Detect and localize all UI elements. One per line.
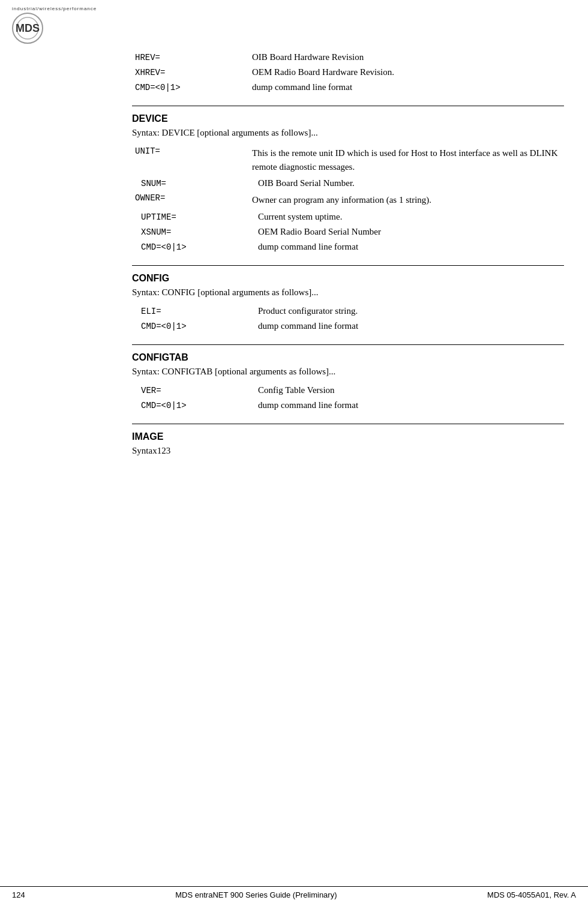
param-name: VER= (138, 386, 258, 395)
param-name: CMD=<0|1> (132, 83, 252, 92)
param-desc: dump command line format (258, 321, 564, 331)
param-desc: OEM Radio Board Serial Number (258, 227, 564, 237)
param-row: OWNER= Owner can program any information… (132, 191, 564, 209)
param-name: XHREV= (132, 68, 252, 77)
divider-device (132, 265, 564, 266)
page-header: industrial/wireless/performance MDS (0, 0, 588, 44)
section-syntax-image: Syntax123 (132, 446, 564, 456)
section-configtab: CONFIGTABSyntax: CONFIGTAB [optional arg… (132, 352, 564, 413)
param-name: CMD=<0|1> (138, 322, 258, 331)
param-name: CMD=<0|1> (138, 401, 258, 410)
section-config: CONFIGSyntax: CONFIG [optional arguments… (132, 273, 564, 334)
param-name: UPTIME= (138, 212, 258, 222)
footer-page-number: 124 (12, 890, 25, 899)
param-row: VER= Config Table Version (132, 383, 564, 398)
section-title-config: CONFIG (132, 273, 564, 284)
section-title-image: IMAGE (132, 431, 564, 442)
logo-area: industrial/wireless/performance MDS (12, 6, 97, 44)
param-desc: Current system uptime. (258, 212, 564, 222)
param-name: ELI= (138, 307, 258, 316)
param-desc: OIB Board Serial Number. (258, 178, 564, 188)
logo-svg: MDS (16, 16, 40, 40)
param-row: XHREV= OEM Radio Board Hardware Revision… (132, 65, 564, 80)
param-row: CMD=<0|1> dump command line format (132, 319, 564, 334)
param-desc: Product configurator string. (258, 306, 564, 316)
param-desc: dump command line format (252, 82, 564, 92)
page-footer: 124 MDS entraNET 900 Series Guide (Preli… (0, 886, 588, 903)
param-row: CMD=<0|1> dump command line format (132, 239, 564, 254)
main-content: HREV= OIB Board Hardware Revision XHREV=… (132, 44, 588, 456)
param-row: UPTIME= Current system uptime. (132, 209, 564, 224)
section-syntax-device: Syntax: DEVICE [optional arguments as fo… (132, 128, 564, 138)
sections-container: DEVICESyntax: DEVICE [optional arguments… (132, 113, 564, 456)
param-desc: dump command line format (258, 400, 564, 410)
param-desc: Config Table Version (258, 385, 564, 395)
section-device: DEVICESyntax: DEVICE [optional arguments… (132, 113, 564, 254)
param-name: CMD=<0|1> (138, 242, 258, 252)
param-desc: Owner can program any information (as 1 … (252, 193, 564, 207)
mds-logo: MDS (12, 13, 43, 44)
param-row: HREV= OIB Board Hardware Revision (132, 50, 564, 65)
param-row: ELI= Product configurator string. (132, 304, 564, 319)
top-params-block: HREV= OIB Board Hardware Revision XHREV=… (132, 50, 564, 95)
footer-center: MDS entraNET 900 Series Guide (Prelimina… (175, 890, 337, 899)
param-row: CMD=<0|1> dump command line format (132, 398, 564, 413)
param-row: CMD=<0|1> dump command line format (132, 80, 564, 95)
section-title-configtab: CONFIGTAB (132, 352, 564, 363)
param-name: SNUM= (138, 179, 258, 188)
param-desc: dump command line format (258, 242, 564, 252)
param-name: XSNUM= (138, 227, 258, 237)
param-desc: OEM Radio Board Hardware Revision. (252, 67, 564, 77)
footer-right: MDS 05-4055A01, Rev. A (487, 890, 576, 899)
param-row: UNIT= This is the remote unit ID which i… (132, 144, 564, 176)
section-image: IMAGESyntax123 (132, 431, 564, 456)
svg-text:MDS: MDS (16, 22, 40, 34)
param-desc: OIB Board Hardware Revision (252, 52, 564, 62)
param-desc: This is the remote unit ID which is used… (252, 146, 564, 173)
logo-tagline: industrial/wireless/performance (12, 6, 97, 11)
top-params-container: HREV= OIB Board Hardware Revision XHREV=… (132, 50, 564, 95)
param-row: SNUM= OIB Board Serial Number. (132, 176, 564, 191)
param-name: OWNER= (132, 193, 252, 203)
section-title-device: DEVICE (132, 113, 564, 124)
divider-configtab (132, 424, 564, 424)
section-syntax-config: Syntax: CONFIG [optional arguments as fo… (132, 287, 564, 298)
param-row: XSNUM= OEM Radio Board Serial Number (132, 224, 564, 239)
divider-top (132, 106, 564, 106)
param-name: UNIT= (132, 146, 252, 156)
divider-config (132, 344, 564, 345)
section-syntax-configtab: Syntax: CONFIGTAB [optional arguments as… (132, 367, 564, 377)
param-name: HREV= (132, 53, 252, 62)
